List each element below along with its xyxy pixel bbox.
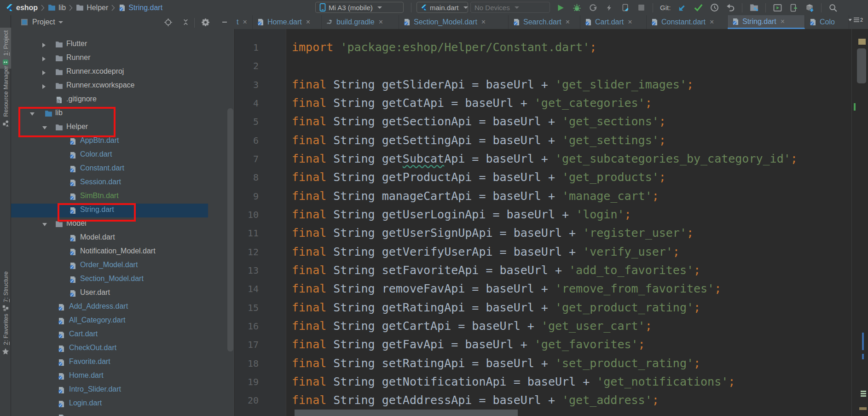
- close-icon[interactable]: ×: [566, 18, 570, 26]
- close-icon[interactable]: ×: [243, 18, 247, 26]
- chevron-down-icon: [463, 6, 468, 9]
- hidden-tabs-button[interactable]: 2: [848, 17, 863, 23]
- tree-item-cart-dart[interactable]: Cart.dart: [11, 328, 235, 342]
- tool-window-button-7-structure[interactable]: 7: Structure: [0, 269, 11, 314]
- minimize-icon[interactable]: [220, 18, 229, 26]
- tab-cart-dart[interactable]: Cart.dart×: [580, 15, 647, 29]
- close-icon[interactable]: ×: [628, 18, 632, 26]
- chevron-collapsed-icon[interactable]: [42, 84, 46, 89]
- breadcrumb-item-eshop[interactable]: eshop: [6, 4, 38, 12]
- dart-file-icon: [58, 387, 65, 394]
- tree-item-runner-xcworkspace[interactable]: Runner.xcworkspace: [11, 79, 235, 93]
- stop-icon: [638, 4, 645, 11]
- tree-item-favorite-dart[interactable]: Favorite.dart: [11, 356, 235, 369]
- tree-item-home-dart[interactable]: Home.dart: [11, 369, 235, 383]
- code-line-9: final String manageCartApi = baseUrl + '…: [292, 187, 659, 205]
- update-project-button[interactable]: [677, 3, 687, 12]
- flutter-icon: [421, 4, 427, 11]
- collapse-all-icon[interactable]: [181, 18, 190, 26]
- history-button[interactable]: [710, 3, 719, 12]
- chevron-collapsed-icon[interactable]: [42, 70, 46, 75]
- chevron-collapsed-icon[interactable]: [42, 43, 46, 47]
- open-devtools-button[interactable]: [620, 3, 630, 12]
- search-everywhere-button[interactable]: [828, 3, 838, 12]
- line-number: 15: [235, 299, 259, 317]
- profile-button[interactable]: [588, 3, 597, 12]
- breadcrumb-separator: [41, 5, 45, 11]
- run-config-selector[interactable]: main.dart: [417, 2, 468, 13]
- close-icon[interactable]: ×: [781, 18, 785, 26]
- editor-scrollbar-thumb[interactable]: [857, 48, 866, 83]
- run-button[interactable]: [556, 3, 565, 12]
- device-selector[interactable]: Mi A3 (mobile): [315, 2, 404, 13]
- tab-constant-dart[interactable]: Constant.dart×: [647, 15, 728, 29]
- tree-item-notification-model-dart[interactable]: Notification_Model.dart: [11, 245, 235, 259]
- tree-item-all-category-dart[interactable]: All_Category.dart: [11, 314, 235, 328]
- close-icon[interactable]: ×: [710, 18, 714, 26]
- tree-item-checkout-dart[interactable]: CheckOut.dart: [11, 342, 235, 356]
- device-manager-button[interactable]: [789, 3, 798, 12]
- tab-home-dart[interactable]: Home.dart×: [253, 15, 322, 29]
- tab-colo[interactable]: Colo: [805, 15, 849, 29]
- chevron-expanded-icon[interactable]: [42, 223, 47, 226]
- inspection-status-badge[interactable]: [858, 39, 866, 45]
- folder-icon: [55, 221, 63, 228]
- tree-item-clipped[interactable]: [11, 411, 235, 416]
- profile-icon: [589, 4, 597, 12]
- breadcrumb-item-helper[interactable]: Helper: [76, 4, 108, 12]
- project-panel-header: Project: [11, 15, 234, 29]
- tool-window-button-resource-manager[interactable]: Resource Manager: [0, 63, 11, 129]
- tree-item-label: Login.dart: [69, 399, 102, 407]
- breadcrumb-item-lib[interactable]: lib: [48, 4, 66, 12]
- tree-item-session-dart[interactable]: Session.dart: [11, 176, 235, 190]
- sdk-manager-button[interactable]: [805, 3, 814, 12]
- folder-icon: [55, 69, 63, 76]
- target-device-selector[interactable]: No Devices: [470, 2, 550, 13]
- tab-t[interactable]: t×: [232, 15, 253, 29]
- code-editor[interactable]: 1234567891011121314151617181920 import '…: [235, 29, 868, 416]
- tree-item-runner[interactable]: Runner: [11, 52, 235, 65]
- tree-item-runner-xcodeproj[interactable]: Runner.xcodeproj: [11, 65, 235, 79]
- tool-window-button-2-favorites[interactable]: 2: Favorites: [0, 311, 11, 358]
- breadcrumb-separator: [69, 5, 73, 11]
- debug-button[interactable]: [572, 3, 581, 12]
- tree-item-simbtn-dart[interactable]: SimBtn.dart: [11, 190, 235, 204]
- tool-window-button-1-project[interactable]: 1: Project: [0, 28, 11, 69]
- close-icon[interactable]: ×: [481, 18, 486, 26]
- tree-item-flutter[interactable]: Flutter: [11, 38, 235, 52]
- breadcrumb-item-string-dart[interactable]: String.dart: [118, 4, 162, 12]
- tree-item-add-address-dart[interactable]: Add_Address.dart: [11, 300, 235, 314]
- editor-gutter: 1234567891011121314151617181920: [235, 29, 286, 416]
- chevron-collapsed-icon[interactable]: [42, 57, 46, 61]
- dart-file-icon: [257, 18, 264, 26]
- close-icon[interactable]: ×: [379, 18, 383, 26]
- tree-item-color-dart[interactable]: Color.dart: [11, 148, 235, 162]
- tree-item-constant-dart[interactable]: Constant.dart: [11, 162, 235, 176]
- tab-build-gradle[interactable]: build.gradle×: [322, 15, 399, 29]
- error-stripe[interactable]: [851, 29, 868, 416]
- tree-item-login-dart[interactable]: Login.dart: [11, 397, 235, 411]
- tree-item-model-dart[interactable]: Model.dart: [11, 231, 235, 245]
- tree-item-section-model-dart[interactable]: Section_Model.dart: [11, 273, 235, 287]
- line-number: 8: [235, 168, 259, 187]
- tab-string-dart[interactable]: String.dart×: [728, 15, 805, 29]
- project-panel-title[interactable]: Project: [32, 15, 63, 29]
- tree-item-intro-slider-dart[interactable]: Intro_Slider.dart: [11, 383, 235, 397]
- tree-scrollbar[interactable]: [227, 108, 233, 352]
- tab-search-dart[interactable]: Search.dart×: [509, 15, 580, 29]
- tree-item--gitignore[interactable]: .gitignore: [11, 93, 235, 107]
- run-window-button[interactable]: [773, 3, 782, 12]
- locate-icon[interactable]: [164, 18, 172, 26]
- close-icon[interactable]: ×: [306, 18, 310, 26]
- project-structure-button[interactable]: [749, 3, 758, 12]
- tree-item-user-dart[interactable]: User.dart: [11, 287, 235, 300]
- tree-item-order-model-dart[interactable]: Order_Model.dart: [11, 259, 235, 273]
- tab-section-model-dart[interactable]: Section_Model.dart×: [399, 15, 509, 29]
- tree-item-label: Flutter: [66, 40, 87, 48]
- attach-debugger-button[interactable]: [604, 3, 613, 12]
- rollback-button[interactable]: [726, 3, 735, 12]
- commit-button[interactable]: [694, 3, 703, 12]
- dart-file-icon: [58, 345, 65, 352]
- stop-button[interactable]: [637, 3, 646, 12]
- gear-icon[interactable]: [201, 18, 209, 26]
